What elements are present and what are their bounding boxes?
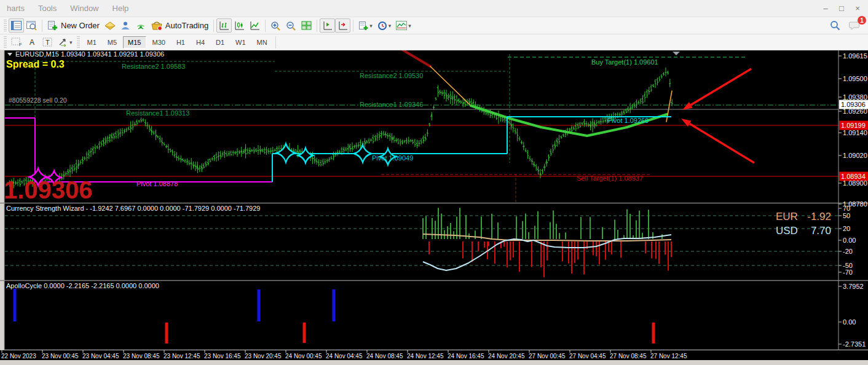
svg-text:27 Nov 12:45: 27 Nov 12:45	[650, 353, 687, 359]
font-icon: A	[28, 37, 37, 47]
svg-text:1.09380: 1.09380	[843, 93, 867, 101]
svg-text:1.08900: 1.08900	[843, 179, 867, 187]
zoom-in-button[interactable]	[268, 18, 283, 33]
font-button[interactable]: A	[25, 35, 40, 49]
candlestick-button[interactable]	[232, 18, 247, 33]
toolbar-grip[interactable]	[4, 36, 7, 49]
periods-button[interactable]: ▾	[375, 18, 394, 33]
menu-item-tools[interactable]: Tools	[31, 4, 63, 13]
window-controls: –□×	[818, 2, 868, 15]
eur-strength-value: -1.92	[807, 211, 831, 222]
cursor-mode-button[interactable]: ▾	[55, 35, 75, 49]
text-label-button[interactable]: T	[40, 35, 55, 49]
menu-bar: hartsToolsWindowHelp –□×	[0, 0, 868, 17]
svg-text:1.09140: 1.09140	[843, 129, 867, 136]
svg-text:1.09260: 1.09260	[843, 108, 867, 115]
timeframe-m30[interactable]: M30	[148, 36, 170, 49]
svg-text:0.00: 0.00	[843, 237, 856, 244]
svg-text:-70: -70	[843, 269, 853, 276]
auto-scroll-button[interactable]	[335, 18, 350, 33]
close-button[interactable]: ×	[850, 2, 866, 15]
tile-windows-button[interactable]	[299, 18, 314, 33]
separator	[317, 20, 317, 32]
toolbar-right-icons: 1	[827, 18, 866, 33]
timeframe-h4[interactable]: H4	[191, 36, 210, 49]
restore-button[interactable]: □	[834, 2, 850, 15]
zoom-out-button[interactable]	[283, 18, 299, 33]
chart-window[interactable]: 1.096151.095001.093801.093061.092601.091…	[0, 50, 868, 365]
auto-scroll-icon	[337, 21, 348, 30]
svg-text:1.09500: 1.09500	[843, 75, 867, 82]
timeframe-h1[interactable]: H1	[172, 36, 190, 49]
search-icon	[830, 20, 840, 31]
data-window-icon	[26, 21, 37, 30]
svg-text:24 Nov 16:45: 24 Nov 16:45	[448, 353, 484, 359]
chart-canvas[interactable]: 1.096151.095001.093801.093061.092601.091…	[0, 50, 868, 365]
indicators-icon	[396, 21, 407, 30]
svg-text:24 Nov 04:45: 24 Nov 04:45	[326, 353, 363, 359]
chevron-down-icon: ▾	[369, 23, 373, 29]
svg-text:F: F	[19, 42, 22, 47]
community-icon	[120, 21, 130, 30]
new-order-button[interactable]: New Order	[45, 18, 102, 33]
timeframe-mn[interactable]: MN	[252, 36, 272, 49]
timeframe-d1[interactable]: D1	[211, 36, 229, 49]
svg-text:23 Nov 04:45: 23 Nov 04:45	[82, 353, 119, 359]
usd-strength-label: USD	[776, 225, 798, 237]
eur-strength-label: EUR	[776, 211, 798, 222]
svg-text:-2.7351: -2.7351	[843, 340, 866, 348]
svg-text:A: A	[30, 38, 34, 47]
usd-strength-value: 7.70	[811, 225, 831, 237]
svg-text:23 Nov 12:45: 23 Nov 12:45	[164, 353, 200, 359]
chevron-down-icon: ▾	[408, 23, 411, 29]
community-button[interactable]	[118, 18, 133, 33]
menu-item-harts[interactable]: harts	[0, 4, 31, 13]
symbol-ohlc-header: EURUSD,M15 1.09340 1.09341 1.09291 1.093…	[15, 50, 164, 58]
svg-text:24 Nov 08:45: 24 Nov 08:45	[366, 353, 403, 359]
svg-text:T: T	[45, 39, 50, 46]
gold-button[interactable]	[102, 18, 118, 33]
svg-text:24 Nov 00:45: 24 Nov 00:45	[285, 353, 322, 359]
data-window-button[interactable]	[24, 18, 39, 33]
svg-text:Resistance2 1.09583: Resistance2 1.09583	[122, 63, 185, 70]
line-chart-button[interactable]	[247, 18, 262, 33]
autotrading-label: AutoTrading	[165, 21, 208, 30]
minimize-button[interactable]: –	[818, 2, 834, 15]
indicators-button[interactable]: ▾	[393, 18, 414, 33]
toolbar-grip[interactable]	[77, 36, 80, 49]
menu-items: hartsToolsWindowHelp	[0, 4, 135, 13]
signals-button[interactable]	[133, 18, 149, 33]
new-template-button[interactable]: ▾	[356, 18, 375, 33]
search-button[interactable]	[827, 18, 843, 33]
window-bottom-edge	[0, 360, 868, 365]
svg-text:1.09020: 1.09020	[843, 152, 867, 159]
notifications-button[interactable]: 1	[846, 18, 862, 33]
bar-chart-icon	[219, 21, 229, 30]
candlestick-icon	[234, 21, 245, 30]
fractal-grid-button[interactable]: F	[9, 35, 25, 49]
separator	[265, 20, 266, 32]
svg-text:Resistance1 1.09346: Resistance1 1.09346	[360, 101, 423, 108]
svg-text:27 Nov 04:45: 27 Nov 04:45	[569, 353, 606, 359]
menu-item-window[interactable]: Window	[63, 4, 105, 13]
separator	[213, 20, 214, 32]
svg-text:22 Nov 2023: 22 Nov 2023	[1, 353, 36, 359]
timeframe-w1[interactable]: W1	[231, 36, 251, 49]
svg-text:24 Nov 12:45: 24 Nov 12:45	[407, 353, 444, 359]
timeframe-buttons: M1M5M15M30H1H4D1W1MN	[82, 36, 273, 49]
market-watch-button[interactable]	[9, 18, 24, 33]
toolbar-grip[interactable]	[4, 20, 7, 32]
svg-text:1.09199: 1.09199	[841, 122, 866, 129]
mt4-terminal-window: hartsToolsWindowHelp –□× New Order AutoT…	[0, 0, 868, 365]
autotrading-button[interactable]: AutoTrading	[149, 18, 211, 33]
timeframe-m5[interactable]: M5	[103, 36, 122, 49]
timeframe-m15[interactable]: M15	[123, 36, 146, 49]
chart-shift-button[interactable]	[320, 18, 335, 33]
timeframe-m1[interactable]: M1	[82, 36, 101, 49]
separator	[275, 36, 276, 49]
new-order-label: New Order	[61, 21, 100, 30]
bar-chart-button[interactable]	[216, 18, 232, 33]
menu-item-help[interactable]: Help	[106, 4, 136, 13]
apollo-indicator-header: ApolloCycle 0.0000 -2.2165 -2.2165 0.000…	[6, 282, 159, 289]
template-icon	[358, 21, 368, 31]
